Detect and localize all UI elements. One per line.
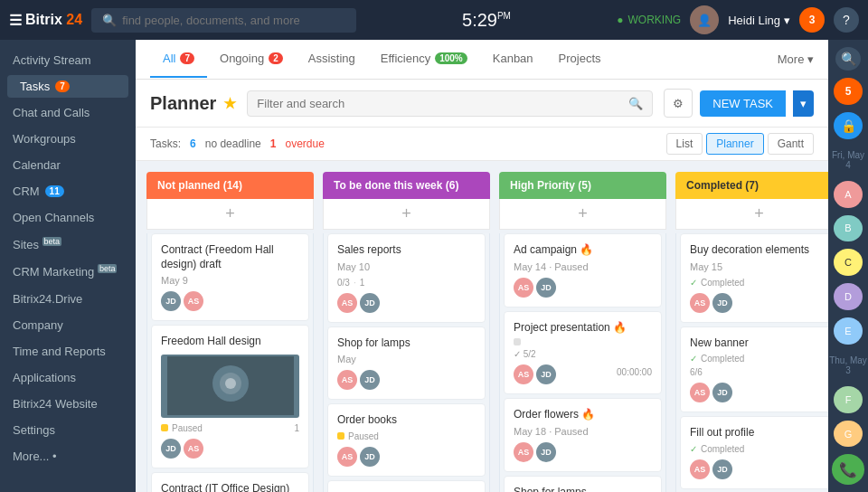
cards-high-priority: Ad campaign 🔥 May 14 · Paused AS JD Proj…: [499, 233, 666, 492]
sidebar-item-crm[interactable]: CRM 11: [0, 178, 136, 204]
sidebar-item-open-channels[interactable]: Open Channels: [0, 204, 136, 231]
card-shop-lamps-2[interactable]: Shop for lamps May 14 AS JD: [504, 476, 662, 492]
col-add-high-priority[interactable]: +: [499, 199, 666, 230]
configure-menu[interactable]: ⚙ CONFIGURE MENU: [0, 487, 136, 492]
list-view-btn[interactable]: List: [666, 133, 703, 155]
sidebar-item-activity[interactable]: Activity Stream: [0, 47, 136, 73]
rightbar-lock-icon[interactable]: 🔒: [834, 112, 863, 139]
card-ad-campaign[interactable]: Ad campaign 🔥 May 14 · Paused AS JD: [504, 233, 662, 308]
card-fill-out-profile[interactable]: Fill out profile ✓ Completed AS JD: [680, 416, 828, 489]
filter-box[interactable]: 🔍: [247, 90, 653, 117]
card-new-banner[interactable]: New banner ✓ Completed 6/6 AS JD: [680, 326, 828, 413]
avatar: JD: [536, 442, 556, 462]
avatar: JD: [161, 439, 181, 459]
rightbar-avatar-3: C: [834, 249, 863, 276]
search-input[interactable]: [122, 14, 345, 27]
sidebar-item-sites[interactable]: Sites beta: [0, 231, 136, 258]
sidebar-item-label: CRM: [13, 184, 40, 198]
sidebar-item-applications[interactable]: Applications: [0, 364, 136, 391]
user-name[interactable]: Heidi Ling ▾: [728, 14, 790, 27]
col-header-not-planned: Not planned (14): [146, 172, 314, 199]
rightbar-avatar-5: E: [834, 317, 863, 345]
col-add-not-planned[interactable]: +: [146, 199, 314, 230]
sidebar-item-crm-marketing[interactable]: CRM Marketing beta: [0, 258, 136, 285]
sidebar-item-time-reports[interactable]: Time and Reports: [0, 338, 136, 364]
logo: ☰ Bitrix 24: [9, 12, 82, 29]
settings-button[interactable]: ⚙: [664, 89, 693, 118]
topbar: ☰ Bitrix 24 🔍 5:29PM ● WORKING 👤 Heidi L…: [0, 0, 868, 40]
filter-input[interactable]: [257, 97, 623, 110]
col-add-completed[interactable]: +: [675, 199, 828, 230]
phone-button[interactable]: 📞: [832, 454, 864, 485]
sidebar-item-settings[interactable]: Settings: [0, 417, 136, 443]
notification-badge[interactable]: 3: [799, 7, 825, 33]
layout: Activity Stream Tasks 7 Chat and Calls W…: [0, 40, 868, 492]
card-order-books[interactable]: Order books Paused AS JD: [327, 403, 486, 477]
avatar: JD: [360, 447, 380, 467]
star-icon[interactable]: ★: [223, 95, 236, 112]
sidebar-item-chat[interactable]: Chat and Calls: [0, 99, 136, 126]
rightbar-date-fri: Fri, May 4: [828, 147, 868, 174]
card-project-presentation[interactable]: Project presentation 🔥 ✓ 5/2 AS JD: [504, 311, 662, 395]
sidebar-item-label: CRM Marketing beta: [13, 264, 117, 279]
search-icon: 🔍: [102, 14, 117, 27]
sidebar-item-calendar[interactable]: Calendar: [0, 152, 136, 178]
avatar: JD: [712, 383, 732, 402]
sidebar-item-label: Calendar: [13, 158, 61, 172]
rightbar-avatar-1: A: [834, 181, 863, 208]
card-shop-lamps-1[interactable]: Shop for lamps May AS JD: [327, 326, 486, 401]
tab-efficiency[interactable]: Efficiency 100%: [368, 41, 480, 78]
card-contract-it[interactable]: Contract (IT Office Design) draft May 17…: [151, 472, 309, 492]
card-sales-reports-team[interactable]: Sales reports for sales team group meeti…: [327, 480, 486, 492]
new-task-button[interactable]: NEW TASK: [700, 90, 786, 117]
col-not-planned: Not planned (14) + Contract (Freedom Hal…: [146, 172, 314, 492]
tasks-label: Tasks:: [150, 137, 181, 150]
sidebar-item-website[interactable]: Bitrix24 Website: [0, 391, 136, 417]
crm-badge: 11: [45, 185, 64, 197]
avatar: AS: [337, 293, 357, 313]
planner-view-btn[interactable]: Planner: [706, 133, 763, 155]
rightbar-search-icon[interactable]: 🔍: [835, 47, 861, 71]
avatar: AS: [514, 278, 533, 298]
help-button[interactable]: ?: [834, 7, 859, 33]
sidebar-item-label: Open Channels: [13, 211, 94, 224]
tab-assisting[interactable]: Assisting: [296, 41, 368, 78]
card-contract-freedom[interactable]: Contract (Freedom Hall design) draft May…: [151, 233, 309, 321]
avatar: JD: [712, 293, 732, 313]
avatar: AS: [514, 442, 533, 462]
sidebar-item-tasks[interactable]: Tasks 7: [7, 75, 128, 98]
planner-actions: ⚙ NEW TASK ▾: [664, 89, 814, 118]
card-buy-decoration[interactable]: Buy decoration elements May 15 ✓ Complet…: [680, 233, 828, 323]
sidebar-item-drive[interactable]: Bitrix24.Drive: [0, 286, 136, 312]
card-order-flowers[interactable]: Order flowers 🔥 May 18 · Paused AS JD: [504, 398, 662, 472]
sidebar-item-label: Activity Stream: [13, 53, 91, 67]
tab-projects[interactable]: Projects: [546, 41, 614, 78]
view-buttons: List Planner Gantt: [666, 133, 814, 155]
new-task-arrow[interactable]: ▾: [793, 90, 814, 117]
tab-ongoing[interactable]: Ongoing 2: [207, 41, 296, 78]
sidebar-item-more[interactable]: More... •: [0, 443, 136, 469]
rightbar-notifications[interactable]: 5: [834, 78, 863, 105]
rightbar: 🔍 5 🔒 Fri, May 4 A B C D E Thu, May 3 F …: [828, 40, 868, 492]
sidebar-item-label: Bitrix24.Drive: [13, 292, 82, 306]
logo-text: Bitrix 24: [25, 12, 82, 28]
col-header-completed: Completed (7): [675, 172, 828, 199]
col-completed: Completed (7) + Buy decoration elements …: [675, 172, 828, 492]
card-freedom-hall-design[interactable]: Freedom Hall design Paused 1 JD AS: [151, 325, 309, 468]
col-add-to-be-done[interactable]: +: [323, 199, 490, 230]
sidebar-item-company[interactable]: Company: [0, 312, 136, 338]
no-deadline: no deadline: [205, 137, 261, 150]
avatar: AS: [690, 459, 710, 479]
tab-kanban[interactable]: Kanban: [480, 41, 546, 78]
avatar: AS: [690, 383, 710, 402]
sidebar-item-workgroups[interactable]: Workgroups: [0, 126, 136, 152]
overdue-label: overdue: [285, 137, 324, 150]
tabs-more[interactable]: More ▾: [778, 52, 814, 66]
avatar: JD: [536, 364, 556, 384]
gantt-view-btn[interactable]: Gantt: [768, 133, 814, 155]
all-badge: 7: [180, 52, 194, 64]
sidebar-item-label: Workgroups: [13, 132, 76, 146]
search-box[interactable]: 🔍: [91, 8, 356, 33]
tab-all[interactable]: All 7: [150, 41, 207, 78]
card-sales-reports[interactable]: Sales reports May 10 0/3 · 1 AS JD: [327, 233, 486, 323]
